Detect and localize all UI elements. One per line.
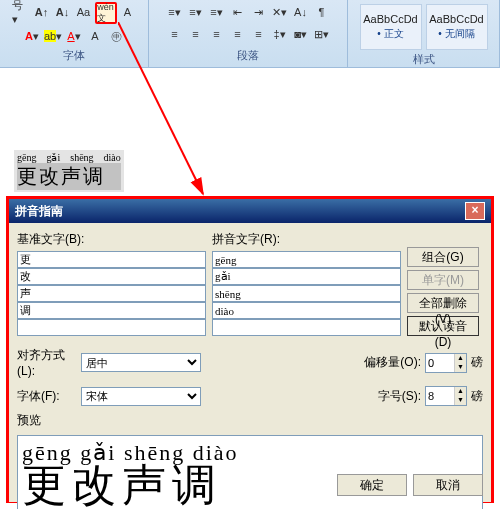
group-font-label: 字体: [63, 48, 85, 65]
size-label: 字号(S):: [378, 388, 421, 405]
spin-up-icon[interactable]: ▲: [455, 354, 466, 363]
default-reading-button[interactable]: 默认读音(D): [407, 316, 479, 336]
style-nospacing[interactable]: AaBbCcDd • 无间隔: [426, 4, 488, 50]
group-style-label: 样式: [413, 52, 435, 69]
distribute-button[interactable]: ≡: [249, 24, 269, 44]
dialog-title-text: 拼音指南: [15, 203, 63, 220]
offset-label: 偏移量(O):: [364, 354, 421, 371]
borders-button[interactable]: ⊞▾: [312, 24, 332, 44]
justify-button[interactable]: ≡: [228, 24, 248, 44]
group-para-label: 段落: [237, 48, 259, 65]
ruby-base-text[interactable]: 更改声调: [17, 163, 121, 190]
character-border-button[interactable]: A: [118, 2, 138, 22]
base-text-input[interactable]: [17, 319, 206, 336]
align-left-button[interactable]: ≡: [165, 24, 185, 44]
unit-label: 磅: [471, 354, 483, 371]
char-shading-button[interactable]: A: [85, 26, 105, 46]
close-icon[interactable]: ×: [465, 202, 485, 220]
ruby-text-input[interactable]: [212, 251, 401, 268]
grow-font-button[interactable]: A↑: [32, 2, 52, 22]
base-text-input[interactable]: [17, 285, 206, 302]
change-case-button[interactable]: Aa: [74, 2, 94, 22]
phonetic-guide-button[interactable]: wén文: [95, 2, 117, 24]
style-preview: AaBbCcDd: [363, 13, 417, 25]
base-text-input[interactable]: [17, 302, 206, 319]
multilevel-button[interactable]: ≡▾: [207, 2, 227, 22]
align-right-button[interactable]: ≡: [207, 24, 227, 44]
align-center-button[interactable]: ≡: [186, 24, 206, 44]
document-area: gēng gǎi shēng diào 更改声调: [14, 150, 124, 192]
clear-all-button[interactable]: 全部删除(V): [407, 293, 479, 313]
highlight-button[interactable]: ab▾: [43, 26, 63, 46]
dialog-titlebar[interactable]: 拼音指南 ×: [9, 199, 491, 223]
phonetic-guide-dialog: 拼音指南 × 基准文字(B): 拼音文字(R): 组合(G) 单字(M) 全部删…: [6, 196, 494, 503]
bullets-button[interactable]: ≡▾: [165, 2, 185, 22]
indent-inc-button[interactable]: ⇥: [249, 2, 269, 22]
indent-dec-button[interactable]: ⇤: [228, 2, 248, 22]
ruby-text: shēng: [70, 152, 93, 163]
numbering-button[interactable]: ≡▾: [186, 2, 206, 22]
enclose-char-button[interactable]: ㊥: [106, 26, 126, 46]
sort-button[interactable]: A↓: [291, 2, 311, 22]
style-name: • 正文: [377, 27, 403, 41]
base-text-label: 基准文字(B):: [17, 231, 206, 248]
ruby-text: diào: [104, 152, 121, 163]
preview-label: 预览: [17, 412, 483, 429]
ruby-text: gǎi: [46, 152, 60, 163]
font-color2-button[interactable]: A▾: [64, 26, 84, 46]
font-color-button[interactable]: A▾: [22, 26, 42, 46]
base-text-input[interactable]: [17, 268, 206, 285]
offset-spinner[interactable]: ▲▼: [425, 353, 467, 373]
shading-button[interactable]: ◙▾: [291, 24, 311, 44]
ruby-text-input[interactable]: [212, 268, 401, 285]
asian-layout-button[interactable]: ✕▾: [270, 2, 290, 22]
line-spacing-button[interactable]: ‡▾: [270, 24, 290, 44]
cancel-button[interactable]: 取消: [413, 474, 483, 496]
spin-up-icon[interactable]: ▲: [455, 387, 466, 396]
combine-button[interactable]: 组合(G): [407, 247, 479, 267]
spin-down-icon[interactable]: ▼: [455, 396, 466, 405]
base-text-input[interactable]: [17, 251, 206, 268]
alignment-select[interactable]: 居中: [81, 353, 201, 372]
size-spinner[interactable]: ▲▼: [425, 386, 467, 406]
font-size-button[interactable]: 号 ▾: [11, 2, 31, 22]
ruby-text-input[interactable]: [212, 319, 401, 336]
style-normal[interactable]: AaBbCcDd • 正文: [360, 4, 422, 50]
ruby-text-input[interactable]: [212, 285, 401, 302]
shrink-font-button[interactable]: A↓: [53, 2, 73, 22]
preview-box: gēng gǎi shēng diào 更改声调: [17, 435, 483, 509]
spin-down-icon[interactable]: ▼: [455, 363, 466, 372]
ruby-text: gēng: [17, 152, 36, 163]
ruby-text-label: 拼音文字(R):: [212, 231, 401, 248]
style-preview: AaBbCcDd: [429, 13, 483, 25]
font-label: 字体(F):: [17, 388, 77, 405]
single-button[interactable]: 单字(M): [407, 270, 479, 290]
unit-label: 磅: [471, 388, 483, 405]
ok-button[interactable]: 确定: [337, 474, 407, 496]
font-select[interactable]: 宋体: [81, 387, 201, 406]
style-name: • 无间隔: [438, 27, 474, 41]
alignment-label: 对齐方式(L):: [17, 347, 77, 378]
ruby-text-input[interactable]: [212, 302, 401, 319]
ribbon: 号 ▾ A↑ A↓ Aa wén文 A A▾ ab▾ A▾ A ㊥ 字体 ≡▾ …: [0, 0, 500, 68]
show-marks-button[interactable]: ¶: [312, 2, 332, 22]
